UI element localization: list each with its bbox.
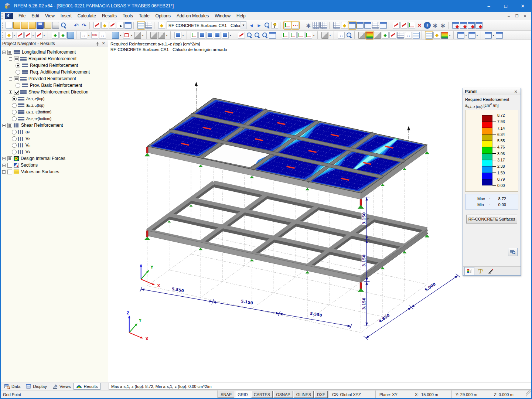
panel-toggle-button[interactable] (425, 31, 433, 39)
tab-views[interactable]: Views (50, 383, 73, 390)
new-member-button[interactable] (51, 31, 59, 39)
generate-model-2-button[interactable] (364, 21, 372, 29)
menu-item[interactable]: Help (233, 12, 249, 20)
comment-symbol-button[interactable] (99, 31, 106, 39)
nodal-load-button[interactable] (198, 31, 206, 39)
tree-item[interactable]: Required Reinforcement (1, 62, 108, 69)
checkbox[interactable] (7, 50, 12, 55)
center-view-button[interactable] (109, 21, 116, 29)
menu-item[interactable]: Options (153, 12, 174, 20)
tree-item[interactable]: Req. Additional Reinforcement (1, 69, 108, 75)
radio-button[interactable] (12, 116, 17, 121)
result-pin-button[interactable] (271, 21, 279, 29)
search-values-button[interactable] (508, 248, 518, 256)
new-load-button[interactable]: ▾ (174, 31, 185, 39)
dropdown-caret[interactable]: ▾ (13, 34, 16, 37)
move-nodes-button[interactable] (348, 21, 356, 29)
block-insert-button[interactable] (150, 31, 158, 39)
drawing-tools-button[interactable] (389, 31, 397, 39)
save-button[interactable] (36, 21, 44, 29)
pin-icon[interactable] (95, 41, 100, 47)
dim-elevation-button[interactable] (91, 31, 99, 39)
free-load-button[interactable]: ▾ (221, 31, 232, 39)
window-layout-4-button[interactable] (495, 31, 503, 39)
zoom-window-button[interactable] (261, 31, 269, 39)
tab-results[interactable]: Results (74, 383, 100, 390)
nodal-support-button[interactable] (190, 31, 198, 39)
zoom-in-button[interactable] (245, 31, 253, 39)
menu-item[interactable]: Edit (28, 12, 42, 20)
measure-button[interactable] (93, 21, 101, 29)
expander-icon[interactable] (2, 164, 6, 167)
new-surface-button[interactable]: ▾ (112, 31, 123, 39)
tree-item[interactable]: Show Reinforcement Direction (1, 89, 108, 95)
tree-item[interactable]: as,2,+z (bottom) (1, 115, 108, 122)
previous-view-button[interactable] (269, 31, 276, 39)
module-case-dropdown[interactable]: RF-CONCRETE Surfaces CA1 - Cálculo d ▼ (167, 21, 246, 29)
menu-item[interactable]: Window (212, 12, 233, 20)
expander-icon[interactable] (2, 124, 6, 127)
round-selection-button[interactable] (400, 21, 408, 29)
window-layout-3-button[interactable]: ▾ (484, 31, 495, 39)
window-layout-1-button[interactable]: ▾ (457, 31, 468, 39)
dropdown-caret[interactable]: ▾ (87, 34, 91, 37)
new-file-button[interactable] (5, 21, 13, 29)
surface-load-button[interactable] (214, 31, 221, 39)
tree-item[interactable]: Design Internal Forces (1, 155, 108, 162)
menu-item[interactable]: View (42, 12, 58, 20)
result-window-2-button[interactable] (460, 21, 467, 29)
line-load-button[interactable] (206, 31, 214, 39)
tree-item[interactable]: as,2,-z (top) (1, 102, 108, 109)
checkbox[interactable] (7, 123, 12, 128)
copy-button[interactable] (44, 21, 52, 29)
node-grid-button[interactable] (372, 21, 379, 29)
table-manager-button[interactable] (145, 21, 153, 29)
addon-modules-button[interactable] (158, 21, 166, 29)
dropdown-caret[interactable]: ▾ (181, 34, 185, 37)
color-scale-tab[interactable] (464, 267, 474, 275)
nav-forward-button[interactable] (255, 21, 263, 29)
tree-item[interactable]: Vs (1, 149, 108, 155)
expander-icon[interactable] (9, 77, 12, 81)
mirror-button[interactable] (408, 21, 416, 29)
dropdown-caret[interactable]: ▾ (229, 34, 232, 37)
tree-item[interactable]: as,1,-z (top) (1, 95, 108, 102)
tree-item[interactable]: Prov. Basic Reinforcement (1, 82, 108, 89)
close-button[interactable]: ✕ (514, 0, 531, 12)
menu-item[interactable]: Results (99, 12, 120, 20)
deformation-display-button[interactable] (381, 31, 389, 39)
mdi-restore-button[interactable]: ❐ (513, 13, 521, 19)
section-view-button[interactable] (405, 31, 412, 39)
dropdown-caret[interactable]: ▾ (165, 34, 168, 37)
new-window-button[interactable] (124, 21, 132, 29)
radio-button[interactable] (12, 143, 17, 148)
display-properties-button[interactable] (433, 31, 441, 39)
checkbox[interactable] (7, 156, 12, 161)
open-file-button[interactable] (13, 21, 21, 29)
info-button[interactable] (423, 21, 431, 29)
view-y-button[interactable] (289, 31, 297, 39)
polyline-button[interactable]: ▾ (35, 31, 46, 39)
pan-view-button[interactable] (238, 31, 245, 39)
calculate-all-button[interactable] (312, 21, 320, 29)
clipping-plane-button[interactable] (345, 31, 353, 39)
units-button[interactable] (304, 21, 312, 29)
dropdown-caret[interactable]: ▾ (119, 34, 122, 37)
member-set-button[interactable] (59, 31, 67, 39)
resize-grip[interactable] (526, 391, 531, 398)
generate-model-1-button[interactable] (356, 21, 364, 29)
wireframe-display-button[interactable] (358, 31, 366, 39)
tree-item[interactable]: Required Reinforcement (1, 55, 108, 62)
checkbox[interactable] (14, 90, 19, 95)
generators-button[interactable] (439, 21, 447, 29)
new-line-button[interactable] (16, 31, 24, 39)
visibility-flag-button[interactable] (379, 21, 387, 29)
tab-data[interactable]: Data (2, 383, 23, 390)
model-render-button[interactable] (374, 31, 381, 39)
project-manager-button[interactable] (28, 21, 36, 29)
menu-item[interactable]: Calculate (75, 12, 99, 20)
special-selection-button[interactable] (116, 21, 124, 29)
tree-item[interactable]: Vc (1, 135, 108, 142)
maximize-button[interactable]: □ (497, 0, 514, 12)
zoom-out-button[interactable] (253, 31, 261, 39)
